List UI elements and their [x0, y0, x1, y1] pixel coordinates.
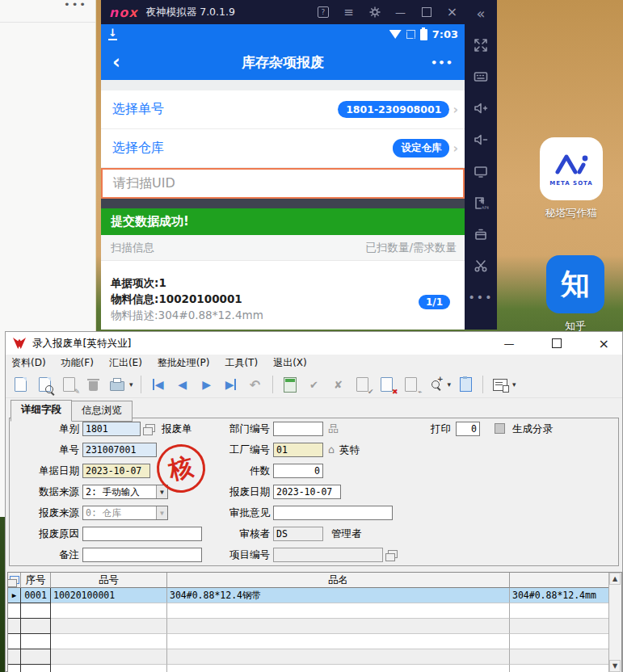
grid-cell[interactable]	[510, 634, 621, 649]
print-icon[interactable]	[107, 375, 127, 394]
maximize-button[interactable]	[552, 338, 562, 348]
print-count-field[interactable]: 0	[456, 422, 480, 436]
grid-cell[interactable]	[510, 649, 621, 665]
scroll-down-icon[interactable]: ▼	[609, 660, 621, 672]
grid-cell[interactable]	[8, 665, 21, 672]
find-document-icon[interactable]	[35, 375, 54, 394]
doc-type-copy-icon[interactable]	[145, 422, 155, 436]
grid-cell[interactable]	[510, 665, 621, 672]
gen-entry-checkbox[interactable]	[495, 423, 505, 434]
menu-export[interactable]: 汇出(E)	[109, 356, 142, 370]
grid-cell[interactable]: 304#0.88*12.4钢带	[167, 588, 510, 603]
previous-record-icon[interactable]: ◀	[173, 375, 192, 394]
zoom-dropdown-icon[interactable]: ▾	[448, 380, 452, 388]
menu-exit[interactable]: 退出(X)	[273, 356, 307, 370]
org-chart-icon[interactable]: 品	[328, 422, 339, 436]
doc-type-field[interactable]: 1801	[82, 422, 141, 436]
clipboard-icon[interactable]	[456, 375, 475, 394]
tab-detail-fields[interactable]: 详细字段	[11, 400, 72, 422]
warehouse-badge[interactable]: 设定仓库	[393, 139, 449, 158]
next-record-icon[interactable]: ▶	[197, 375, 217, 394]
grid-cell[interactable]	[51, 649, 167, 665]
help-icon[interactable]: ?	[318, 6, 329, 18]
background-window-more-dots[interactable]: •••	[64, 0, 87, 10]
desktop-icon-metasota[interactable]: META SOTA 秘塔写作猫	[540, 137, 603, 220]
table-row[interactable]	[8, 619, 621, 634]
notes-dropdown-icon[interactable]: ▾	[512, 380, 516, 388]
grid-cell[interactable]	[8, 603, 21, 619]
grid-cell[interactable]: 0001	[21, 588, 51, 603]
grid-cell[interactable]	[21, 649, 51, 665]
menu-data[interactable]: 资料(D)	[11, 356, 46, 370]
close-button[interactable]: ×	[599, 336, 609, 351]
grid-cell[interactable]	[21, 634, 51, 649]
scroll-up-icon[interactable]: ▲	[609, 573, 621, 585]
remark-field[interactable]	[82, 548, 202, 562]
grid-cell[interactable]	[51, 665, 167, 672]
project-copy-icon[interactable]	[388, 548, 398, 562]
scissors-icon[interactable]	[472, 257, 490, 275]
column-header-spec[interactable]	[510, 573, 621, 588]
grid-cell[interactable]	[21, 665, 51, 672]
menu-function[interactable]: 功能(F)	[61, 356, 94, 370]
grid-cell[interactable]	[8, 634, 21, 649]
grid-cell[interactable]	[167, 634, 510, 649]
grid-cell[interactable]	[51, 619, 167, 634]
close-icon[interactable]: ×	[446, 6, 458, 19]
data-source-combo[interactable]: 2: 手动输入▼	[82, 485, 168, 499]
select-warehouse-row[interactable]: 选择仓库 设定仓库 ›	[101, 129, 465, 168]
factory-no-field[interactable]: 01	[273, 443, 323, 457]
print-dropdown-icon[interactable]: ▾	[129, 380, 133, 388]
approval-field[interactable]	[273, 506, 393, 520]
column-header-seq[interactable]: 序号	[21, 573, 51, 588]
volume-up-icon[interactable]	[472, 99, 490, 117]
grid-scrollbar[interactable]: ▲ ▼	[608, 573, 621, 672]
fullscreen-icon[interactable]	[472, 36, 490, 54]
screenshot-icon[interactable]	[472, 162, 490, 180]
column-header-item-no[interactable]: 品号	[51, 573, 167, 588]
grid-cell[interactable]	[8, 619, 21, 634]
select-order-row[interactable]: 选择单号 1801-230908001 ›	[101, 90, 465, 129]
uid-scan-input[interactable]: 请扫描UID	[101, 168, 465, 199]
grid-cell[interactable]	[167, 665, 510, 672]
last-record-icon[interactable]: ▶	[221, 375, 241, 394]
menu-icon[interactable]: ≡	[343, 6, 355, 19]
collapse-sidebar-icon[interactable]: «	[472, 5, 490, 23]
new-document-icon[interactable]	[11, 375, 30, 394]
menu-tools[interactable]: 工具(T)	[225, 356, 258, 370]
grid-cell[interactable]	[51, 603, 167, 619]
pieces-field[interactable]: 0	[273, 464, 323, 478]
shake-icon[interactable]	[472, 225, 490, 243]
minimize-icon[interactable]: —	[394, 6, 406, 19]
grid-cell[interactable]	[21, 603, 51, 619]
metasota-app-icon[interactable]: META SOTA	[540, 137, 603, 200]
grid-cell[interactable]: 10020100001	[51, 588, 167, 603]
grid-cell[interactable]	[167, 619, 510, 634]
settings-gear-icon[interactable]	[368, 6, 381, 19]
scrap-date-field[interactable]: 2023-10-07	[273, 485, 341, 499]
table-row[interactable]	[8, 665, 621, 672]
factory-icon[interactable]: ⌂	[328, 443, 335, 457]
doc-reject-icon[interactable]: ✖	[377, 375, 397, 394]
doc-no-field[interactable]: 231007001	[82, 443, 157, 457]
dept-no-field[interactable]	[273, 422, 323, 436]
table-row[interactable]	[8, 634, 621, 649]
grid-cell[interactable]	[510, 603, 621, 619]
zoom-search-icon[interactable]: +	[426, 375, 445, 394]
order-number-badge[interactable]: 1801-230908001	[338, 101, 449, 118]
tab-info-browse[interactable]: 信息浏览	[72, 401, 133, 422]
table-row[interactable]	[8, 649, 621, 665]
maximize-icon[interactable]	[420, 6, 432, 19]
grid-cell[interactable]	[510, 619, 621, 634]
keyboard-icon[interactable]	[472, 68, 490, 86]
volume-down-icon[interactable]	[472, 131, 490, 149]
zhihu-app-icon[interactable]: 知	[546, 255, 604, 313]
table-row[interactable]	[8, 603, 621, 619]
grid-cell[interactable]	[8, 649, 21, 665]
install-apk-icon[interactable]: APK	[472, 194, 490, 212]
scrap-reason-field[interactable]	[82, 527, 202, 541]
column-header-item-name[interactable]: 品名	[167, 573, 510, 588]
menu-batch[interactable]: 整批处理(P)	[158, 356, 210, 370]
scanned-item-card[interactable]: 单据项次:1 物料信息:10020100001 物料描述:304#0.88*12…	[101, 261, 465, 323]
select-all-cell[interactable]	[8, 573, 21, 588]
